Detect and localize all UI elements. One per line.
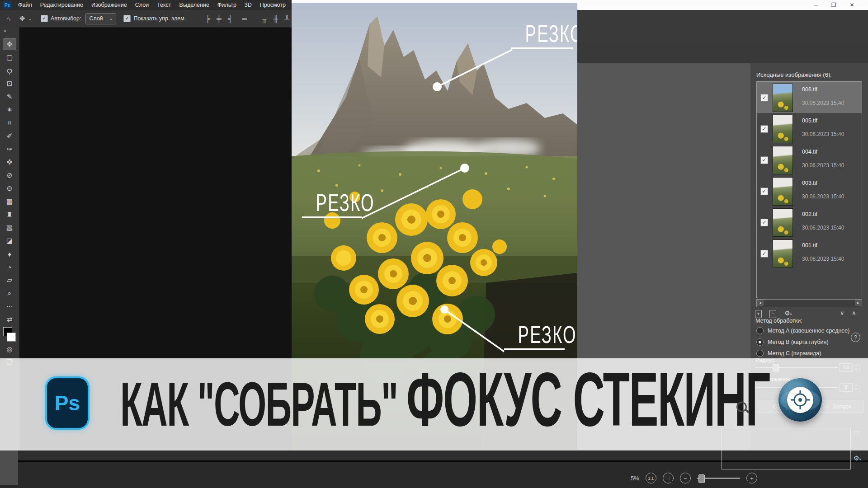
align-center-h-icon[interactable]: ╪ bbox=[217, 15, 222, 23]
menu-select[interactable]: Выделение bbox=[175, 2, 213, 8]
window-controls: ─ ❐ ✕ bbox=[800, 0, 868, 10]
list-item[interactable]: ✓ 003.tif 30.06.2023 15:40 bbox=[757, 175, 862, 206]
file-date: 30.06.2023 15:40 bbox=[802, 100, 844, 106]
restore-button[interactable]: ❐ bbox=[831, 0, 836, 10]
magic-wand-tool[interactable]: ✶ bbox=[3, 104, 16, 115]
file-date: 30.06.2023 15:40 bbox=[802, 225, 844, 231]
zoom-out-button[interactable]: − bbox=[680, 473, 691, 483]
color-swatches[interactable] bbox=[3, 327, 16, 342]
minimize-button[interactable]: ─ bbox=[814, 0, 818, 10]
eraser-tool[interactable]: ▱ bbox=[3, 275, 16, 286]
menu-view[interactable]: Просмотр bbox=[256, 2, 290, 8]
scroll-right-icon[interactable]: ► bbox=[855, 300, 862, 306]
align-left-icon[interactable]: ╞ bbox=[205, 15, 210, 23]
show-controls-checkbox[interactable]: ✓ bbox=[123, 15, 131, 22]
list-item[interactable]: ✓ 002.tif 30.06.2023 15:40 bbox=[757, 206, 862, 238]
file-date: 30.06.2023 15:40 bbox=[802, 193, 844, 200]
list-item[interactable]: ✓ 004.tif 30.06.2023 15:40 bbox=[757, 144, 862, 175]
zoom-slider[interactable] bbox=[697, 478, 740, 479]
crop-icon: ⌗ bbox=[8, 119, 11, 127]
zoom-controls: 5% 1:1 ∷ − + bbox=[631, 472, 757, 484]
file-checkbox[interactable]: ✓ bbox=[760, 188, 768, 195]
move-tool[interactable]: ✥ bbox=[3, 39, 16, 50]
healing-brush-tool[interactable]: ⊜ bbox=[3, 183, 16, 194]
distribute-icon[interactable]: ╫ bbox=[274, 15, 278, 23]
chevron-up-icon[interactable]: ∧ bbox=[852, 310, 856, 316]
list-item[interactable]: ✓ 006.tif 30.06.2023 15:40 bbox=[757, 82, 862, 113]
zoom-tool[interactable]: ⌕ bbox=[3, 288, 16, 299]
zoom-in-button[interactable]: + bbox=[746, 473, 757, 483]
crop-tool[interactable]: ⌗ bbox=[3, 117, 16, 128]
fit-screen-button[interactable]: ∷ bbox=[663, 473, 674, 483]
chevron-down-icon[interactable]: ⌄ bbox=[28, 16, 32, 21]
paint-bucket-tool[interactable]: ◪ bbox=[3, 235, 16, 246]
toolbar-bottom-stub bbox=[0, 450, 18, 485]
method-b-option[interactable]: Метод B (карта глубин) bbox=[756, 338, 829, 346]
object-selection-tool[interactable]: ⊡ bbox=[3, 78, 16, 89]
autoselect-checkbox[interactable]: ✓ bbox=[41, 15, 48, 22]
gradient-tool[interactable]: ▧ bbox=[3, 222, 16, 233]
thumbnail-banner: Ps КАК "СОБРАТЬ" ФОКУС СТЕКИНГ bbox=[0, 358, 868, 450]
layer-select[interactable]: Слой ⌄ bbox=[85, 13, 116, 24]
menu-edit[interactable]: Редактирование bbox=[36, 2, 87, 8]
scroll-left-icon[interactable]: ◄ bbox=[757, 300, 764, 306]
color-sampler-tool[interactable]: ✜ bbox=[3, 157, 16, 168]
file-name: 002.tif bbox=[802, 211, 817, 217]
paint-bucket-icon: ◪ bbox=[6, 237, 13, 245]
gear-icon[interactable]: ⚙▾ bbox=[784, 310, 792, 317]
horizontal-scrollbar[interactable]: ◄ ► bbox=[756, 299, 862, 307]
quick-mask-button[interactable]: ◎ bbox=[3, 344, 16, 355]
file-thumbnail bbox=[773, 84, 793, 112]
zoom-slider-handle[interactable] bbox=[698, 474, 705, 483]
menu-file[interactable]: Файл bbox=[14, 2, 36, 8]
method-a-option[interactable]: Метод A (взвешенное среднее) bbox=[756, 327, 849, 334]
file-date: 30.06.2023 15:40 bbox=[802, 162, 844, 169]
blur-tool[interactable]: ♦ bbox=[3, 249, 16, 259]
frame-tool[interactable]: ▦ bbox=[3, 196, 16, 207]
file-checkbox[interactable]: ✓ bbox=[760, 156, 768, 164]
collapse-panel-icon[interactable]: » bbox=[4, 28, 6, 33]
dodge-tool[interactable]: ◔ bbox=[3, 262, 16, 272]
clone-stamp-tool[interactable]: ♜ bbox=[3, 209, 16, 220]
magnifier-icon[interactable] bbox=[736, 402, 747, 412]
align-top-icon[interactable]: ╥ bbox=[262, 15, 267, 23]
menu-layers[interactable]: Слои bbox=[131, 2, 153, 8]
menu-filter[interactable]: Фильтр bbox=[213, 2, 241, 8]
marquee-tool[interactable]: ▢ bbox=[3, 52, 16, 63]
list-item[interactable]: ✓ 005.tif 30.06.2023 15:40 bbox=[757, 113, 862, 144]
background-color-swatch[interactable] bbox=[7, 333, 16, 342]
chevron-down-icon[interactable]: ∨ bbox=[840, 310, 844, 316]
home-icon[interactable]: ⌂ bbox=[6, 15, 10, 23]
menu-type[interactable]: Текст bbox=[153, 2, 175, 8]
file-checkbox[interactable]: ✓ bbox=[760, 250, 768, 258]
gear-download-icon[interactable]: ⚙▾ bbox=[854, 455, 861, 462]
spot-healing-tool[interactable]: ⊘ bbox=[3, 170, 16, 181]
move-tool-icon[interactable]: ✥ bbox=[19, 14, 25, 23]
panel-grip[interactable]: ⋯ bbox=[5, 34, 9, 39]
brush-tool[interactable]: ✐ bbox=[3, 131, 16, 141]
lasso-tool[interactable]: Ϙ bbox=[3, 65, 16, 76]
source-file-list[interactable]: ✓ 006.tif 30.06.2023 15:40 ✓ 005.tif 30.… bbox=[756, 81, 862, 298]
more-tools-button[interactable]: ⋯ bbox=[3, 301, 16, 312]
close-button[interactable]: ✕ bbox=[850, 0, 854, 10]
file-checkbox[interactable]: ✓ bbox=[760, 94, 768, 102]
sharp-annotation-top: РЕЗКО bbox=[511, 23, 573, 49]
eyedropper-tool[interactable]: ✑ bbox=[3, 144, 16, 155]
help-button[interactable]: ? bbox=[851, 333, 860, 342]
remove-file-button[interactable]: − bbox=[769, 310, 776, 318]
menu-image[interactable]: Изображение bbox=[87, 2, 131, 8]
align-right-icon[interactable]: ╡ bbox=[228, 15, 233, 23]
file-checkbox[interactable]: ✓ bbox=[760, 219, 768, 226]
eraser-icon: ▱ bbox=[7, 276, 12, 284]
file-checkbox[interactable]: ✓ bbox=[760, 125, 768, 133]
align-middle-icon[interactable]: ═ bbox=[242, 15, 247, 23]
list-item[interactable]: ✓ 001.tif 30.06.2023 15:40 bbox=[757, 238, 862, 269]
quick-selection-tool[interactable]: ✎ bbox=[3, 91, 16, 102]
lasso-icon: Ϙ bbox=[7, 67, 12, 75]
actual-pixels-button[interactable]: 1:1 bbox=[646, 473, 656, 483]
method-c-option[interactable]: Метод C (пирамида) bbox=[756, 350, 821, 357]
swap-colors-button[interactable]: ⇄ bbox=[3, 314, 16, 325]
add-file-button[interactable]: + bbox=[755, 310, 762, 318]
menu-3d[interactable]: 3D bbox=[241, 2, 256, 8]
align-bottom-icon[interactable]: ╨ bbox=[284, 15, 289, 23]
